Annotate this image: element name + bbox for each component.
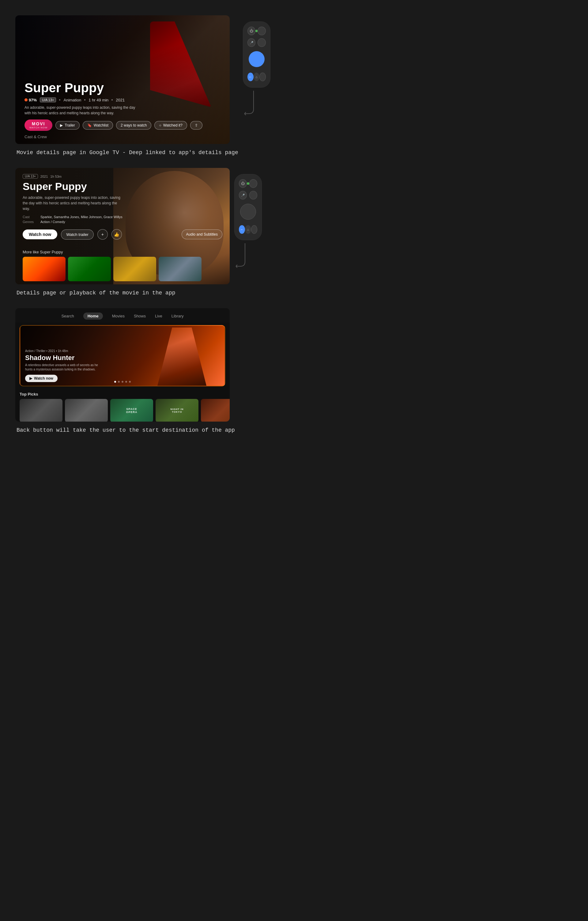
description-screen1: An adorable, super-powered puppy leaps i… [24, 105, 141, 116]
play-icon-small: ▶ [60, 123, 63, 127]
ok-button-1[interactable] [249, 51, 265, 67]
rating-value: 97% [29, 98, 37, 103]
audio-subtitles-button[interactable]: Audio and Subtitles [182, 229, 223, 239]
curved-arrow-svg-1 [244, 91, 263, 115]
nav-live[interactable]: Live [155, 314, 162, 318]
home-button-2[interactable]: ⌂ [245, 225, 251, 234]
section-2-row: U/A 13+ 2021 1h 53m Super Puppy An adora… [15, 168, 573, 308]
picks-row: SPACE OPERA Night in Tokyo [19, 399, 226, 421]
watch-now-button[interactable]: Watch now [23, 229, 57, 239]
share-button[interactable]: ⇧ [190, 121, 202, 130]
hero-genre: Action / Thriller • 2021 • 1h 48m [25, 349, 220, 353]
section-1-left: Super Puppy 97% U/A 13+ Animation 1 hr 4… [15, 15, 238, 168]
remote-nav-row-1: ← ⌂ [247, 73, 266, 81]
nav-search[interactable]: Search [61, 314, 74, 318]
watch-trailer-button[interactable]: Watch trailer [61, 229, 93, 239]
empty-btn-5[interactable] [249, 191, 257, 199]
watchlist-label: Watchlist [94, 123, 109, 127]
cert-badge-screen1: U/A 13+ [40, 98, 56, 103]
power-button-1[interactable]: ⏻ [247, 27, 255, 35]
arrow-connector-2 [236, 243, 254, 268]
mic-button-2[interactable]: 🎤 [239, 191, 247, 199]
action-buttons-screen1: MOVI WATCH NOW ▶ Trailer 🔖 Watchlist [24, 119, 221, 131]
cast-crew-link[interactable]: Cast & Crew [24, 135, 221, 139]
remote-control-1: ⏻ 🎤 ← ⌂ [243, 21, 270, 88]
related-thumb-4[interactable] [159, 257, 201, 281]
curved-arrow-svg-2 [236, 243, 254, 268]
year-s2: 2021 [41, 175, 48, 178]
pick-thumb-3[interactable]: SPACE OPERA [110, 399, 153, 421]
cert-tag-s2: U/A 13+ [23, 174, 38, 179]
section-1-row: Super Puppy 97% U/A 13+ Animation 1 hr 4… [15, 15, 573, 168]
trailer-label: Trailer [65, 123, 75, 127]
pick-thumb-4[interactable]: Night in Tokyo [156, 399, 198, 421]
empty-btn-4[interactable] [249, 179, 257, 188]
add-to-list-button[interactable]: + [97, 229, 108, 239]
hero-title: Shadow Hunter [25, 354, 220, 362]
share-icon: ⇧ [195, 123, 198, 127]
thumbs-up-icon: 👍 [114, 232, 119, 237]
nav-home[interactable]: Home [83, 312, 103, 320]
dot-3 [122, 381, 123, 383]
back-icon-1: ← [249, 75, 252, 79]
caption-3: Back button will take the user to the st… [15, 427, 235, 433]
dot-5 [129, 381, 131, 383]
movie-title-screen2: Super Puppy [23, 181, 223, 192]
green-indicator-1 [255, 30, 258, 32]
empty-btn-3[interactable] [259, 73, 266, 81]
watched-it-label: Watched it? [163, 123, 182, 127]
dot-1 [114, 381, 116, 383]
remote-mid-row-2: 🎤 [239, 191, 257, 199]
cast-value-s2: Sparkie, Samantha Jones, Mike Johnson, G… [41, 215, 122, 219]
related-thumb-3[interactable] [113, 257, 156, 281]
page-container: Super Puppy 97% U/A 13+ Animation 1 hr 4… [0, 0, 588, 458]
remote-mid-row: 🎤 [247, 38, 266, 47]
back-button-1[interactable]: ← [247, 73, 253, 81]
mic-button-1[interactable]: 🎤 [247, 38, 255, 47]
back-button-2[interactable]: ← [239, 225, 245, 234]
play-icon-hero: ▶ [29, 376, 32, 381]
description-screen2: An adorable, super-powered puppy leaps i… [23, 195, 121, 212]
hero-desc: A relentless detective unravels a web of… [25, 363, 102, 372]
related-thumb-2[interactable] [68, 257, 111, 281]
top-picks-title: Top Picks [19, 392, 226, 397]
section-3-left: Search Home Movies Shows Live Library Ac… [15, 308, 235, 446]
related-thumb-1[interactable] [23, 257, 65, 281]
remote-top-row: ⏻ [247, 27, 266, 35]
empty-btn-6[interactable] [251, 225, 257, 234]
ways-to-watch-button[interactable]: 2 ways to watch [116, 121, 151, 130]
section-3-row: Search Home Movies Shows Live Library Ac… [15, 308, 573, 446]
rating-badge: 97% [24, 98, 37, 103]
screen1-content-area: Super Puppy 97% U/A 13+ Animation 1 hr 4… [15, 75, 230, 144]
empty-btn-1[interactable] [258, 27, 266, 35]
nav-movies[interactable]: Movies [112, 314, 125, 318]
home-button-1[interactable]: ⌂ [253, 73, 260, 81]
nav-shows[interactable]: Shows [134, 314, 146, 318]
app-action-row-s2: Watch now Watch trailer + 👍 Audio and Su… [23, 229, 223, 239]
more-like-section: More like Super Puppy [23, 250, 230, 281]
mic-icon-1: 🎤 [250, 41, 253, 44]
hero-banner-screen3[interactable]: Action / Thriller • 2021 • 1h 48m Shadow… [19, 325, 226, 386]
pick-thumb-2[interactable] [65, 399, 108, 421]
more-like-title: More like Super Puppy [23, 250, 230, 254]
watched-it-button[interactable]: ○ Watched it? [154, 121, 187, 130]
cast-row-s2: Cast Sparkie, Samantha Jones, Mike Johns… [23, 215, 223, 219]
empty-btn-2[interactable] [258, 38, 266, 47]
remote-2-area: ⏻ 🎤 ← ⌂ [230, 168, 262, 268]
app-navigation: Search Home Movies Shows Live Library [15, 308, 230, 323]
power-button-2[interactable]: ⏻ [239, 179, 247, 188]
pick-thumb-1[interactable] [19, 399, 62, 421]
screen2-content: U/A 13+ 2021 1h 53m Super Puppy An adora… [15, 168, 230, 284]
dot-2 [118, 381, 120, 383]
pick-thumb-5[interactable] [201, 399, 230, 421]
hero-watch-label: Watch now [34, 376, 53, 381]
ok-button-2[interactable] [240, 204, 256, 220]
pick-label-4: Night in Tokyo [166, 408, 188, 413]
movi-watch-button[interactable]: MOVI WATCH NOW [24, 119, 52, 131]
like-button[interactable]: 👍 [112, 229, 122, 239]
watchlist-button[interactable]: 🔖 Watchlist [83, 121, 113, 130]
trailer-button[interactable]: ▶ Trailer [55, 121, 80, 130]
nav-library[interactable]: Library [172, 314, 184, 318]
home-icon-2: ⌂ [247, 228, 249, 231]
genres-row-s2: Genres Action / Comedy [23, 220, 223, 224]
